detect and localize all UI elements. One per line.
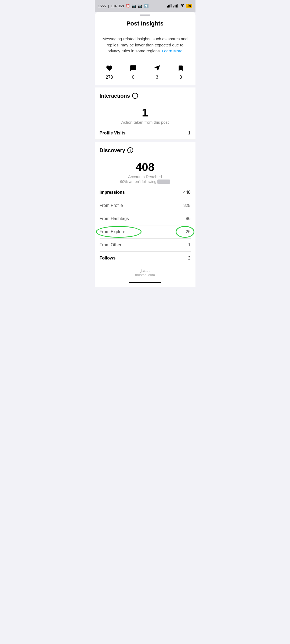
discovery-sub-label: 90% weren't following (100, 180, 191, 184)
from-explore-label: From Explore (100, 229, 125, 234)
saves-count: 3 (180, 75, 182, 80)
follows-label: Follows (100, 256, 116, 261)
comment-icon (130, 65, 137, 73)
svg-rect-4 (173, 6, 174, 8)
comments-count: 0 (132, 75, 135, 80)
battery-indicator: 89 (186, 4, 192, 8)
metric-from-other: From Other 1 (100, 239, 191, 252)
sheet-handle (140, 14, 150, 16)
interactions-header: Interactions i (100, 93, 191, 99)
from-profile-value: 325 (183, 203, 191, 208)
svg-rect-6 (176, 5, 177, 8)
blurred-username (157, 180, 170, 184)
network-data: 104KB/s (111, 4, 124, 8)
discovery-section: Discovery i 408 Accounts Reached 90% wer… (95, 142, 195, 186)
metric-from-explore: From Explore 26 (100, 225, 191, 239)
watermark-url: mostaql.com (95, 273, 195, 277)
svg-rect-0 (167, 6, 168, 8)
divider-stats (95, 85, 195, 85)
discovery-title: Discovery (100, 147, 125, 153)
instagram-icon-1: 📷 (132, 4, 136, 8)
send-icon (154, 65, 161, 73)
signal-icon-2 (173, 4, 178, 8)
metric-profile-visits: Profile Visits 1 (100, 127, 191, 140)
status-right: 89 (167, 4, 192, 8)
green-circle-right (176, 226, 194, 238)
interactions-section: Interactions i 1 Action taken from this … (95, 87, 195, 127)
impressions-value: 448 (183, 190, 191, 195)
interactions-title: Interactions (100, 93, 130, 99)
time: 15:27 (98, 4, 107, 8)
from-explore-value: 26 (186, 229, 191, 234)
from-profile-label: From Profile (100, 203, 123, 208)
stat-comments: 0 (130, 65, 137, 80)
discovery-big-label: Accounts Reached (100, 174, 191, 179)
instagram-icon-2: 📷 (138, 4, 142, 8)
alarm-icon: ⏰ (126, 4, 130, 8)
svg-rect-3 (171, 4, 172, 8)
bookmark-icon (177, 65, 184, 73)
from-hashtags-value: 86 (186, 216, 191, 221)
metric-from-profile: From Profile 325 (100, 199, 191, 212)
metric-from-hashtags: From Hashtags 86 (100, 212, 191, 225)
page-title-area: Post Insights (95, 16, 195, 31)
learn-more-link[interactable]: Learn More (162, 49, 183, 53)
interactions-big-number: 1 (100, 107, 191, 118)
interactions-metrics: Profile Visits 1 (95, 127, 195, 140)
svg-rect-7 (177, 4, 178, 8)
interactions-info-icon[interactable]: i (132, 93, 138, 99)
signal-icon-1 (167, 4, 172, 8)
stats-row: 278 0 3 3 (95, 59, 195, 85)
stat-saves: 3 (177, 65, 184, 80)
status-left: 15:27 | 104KB/s ⏰ 📷 📷 ⬆️ (98, 4, 148, 8)
page-title: Post Insights (100, 20, 190, 27)
svg-rect-5 (175, 5, 176, 8)
shares-count: 3 (156, 75, 158, 80)
impressions-label: Impressions (100, 190, 125, 195)
profile-visits-value: 1 (188, 131, 191, 136)
upload-icon: ⬆️ (144, 4, 148, 8)
stat-likes: 278 (106, 65, 113, 80)
watermark-arabic: مستقل (95, 269, 195, 273)
home-bar (129, 282, 161, 283)
discovery-info-icon[interactable]: i (127, 147, 133, 153)
sheet-handle-area (95, 12, 195, 16)
discovery-metrics: Impressions 448 From Profile 325 From Ha… (95, 186, 195, 265)
from-other-value: 1 (188, 243, 191, 247)
discovery-big-number: 408 (100, 162, 191, 173)
metric-impressions: Impressions 448 (100, 186, 191, 199)
discovery-big-stat: 408 Accounts Reached 90% weren't followi… (100, 157, 191, 186)
wifi-icon (180, 4, 185, 8)
privacy-notice: Messaging-related insights, such as shar… (95, 31, 195, 59)
stat-shares: 3 (154, 65, 161, 80)
from-hashtags-label: From Hashtags (100, 216, 129, 221)
follows-value: 2 (188, 256, 191, 261)
status-bar: 15:27 | 104KB/s ⏰ 📷 📷 ⬆️ (95, 0, 195, 12)
home-indicator-area (95, 280, 195, 287)
interactions-big-label: Action taken from this post (100, 120, 191, 125)
likes-count: 278 (106, 75, 113, 80)
from-other-label: From Other (100, 243, 122, 247)
discovery-header: Discovery i (100, 147, 191, 153)
metric-follows: Follows 2 (100, 252, 191, 265)
network-speed: | (108, 4, 109, 8)
svg-rect-1 (168, 5, 169, 8)
profile-visits-label: Profile Visits (100, 131, 126, 136)
svg-rect-2 (169, 5, 170, 8)
interactions-big-stat: 1 Action taken from this post (100, 103, 191, 127)
divider-interactions (95, 140, 195, 140)
footer-watermark: مستقل mostaql.com (95, 265, 195, 280)
heart-icon (106, 65, 113, 73)
